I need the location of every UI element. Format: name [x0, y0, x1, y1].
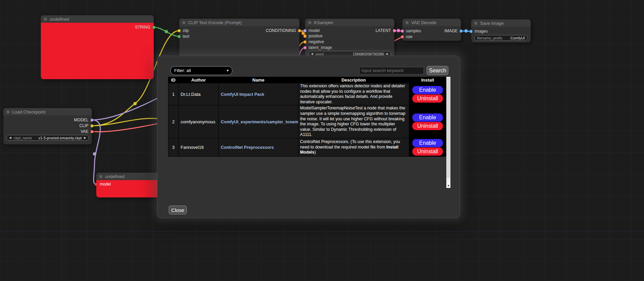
node-header[interactable]: KSampler [305, 19, 394, 26]
link-dot[interactable] [397, 29, 400, 32]
node-undefined-top[interactable]: undefined STRING [41, 15, 154, 79]
input-port-negative[interactable]: negative [303, 39, 324, 44]
table-scrollbar[interactable]: ▼ [446, 77, 450, 188]
output-port-image[interactable]: IMAGE [444, 29, 463, 33]
port-label: LATENT [376, 28, 391, 33]
input-port-model[interactable]: model [95, 182, 111, 187]
extension-description: ModelSamplerTonemapNoiseTest a node that… [298, 105, 409, 138]
enable-button[interactable]: Enable [412, 139, 443, 147]
port-dot[interactable] [303, 40, 307, 43]
filter-select[interactable]: Filter: all ▾ [170, 66, 232, 75]
port-dot[interactable] [401, 30, 404, 33]
node-header[interactable]: VAE Decode [402, 19, 461, 26]
extension-install-cell: EnableUninstall [409, 83, 446, 105]
port-dot[interactable] [401, 35, 404, 38]
node-header[interactable]: Load Checkpoint [3, 108, 92, 116]
input-port-clip[interactable]: clip [178, 28, 189, 33]
filename-prefix-widget[interactable]: filename_prefix ComfyUI [474, 35, 528, 41]
increment-arrow-icon[interactable]: ▶ [84, 137, 86, 139]
node-title: undefined [105, 174, 125, 179]
output-port-conditioning[interactable]: CONDITIONING [266, 28, 301, 33]
port-label: vae [406, 34, 412, 39]
search-input[interactable] [359, 67, 424, 74]
node-header[interactable]: Save Image [471, 19, 531, 27]
input-port-samples[interactable]: samples [401, 29, 421, 33]
uninstall-button[interactable]: Uninstall [412, 147, 443, 156]
uninstall-button[interactable]: Uninstall [412, 122, 443, 130]
port-dot[interactable] [469, 30, 473, 33]
port-dot[interactable] [460, 30, 463, 33]
node-header[interactable]: undefined [41, 15, 154, 23]
node-save-image[interactable]: Save Image images filename_prefix ComfyU… [471, 19, 531, 42]
extension-name-cell: ComfyUI_experiments/sampler_tonemap [219, 105, 298, 138]
output-port-clip[interactable]: CLIP [79, 123, 94, 128]
port-dot[interactable] [303, 46, 307, 49]
node-status-dot-icon [99, 175, 102, 178]
input-port-images[interactable]: images [469, 29, 488, 34]
port-dot[interactable] [90, 124, 94, 127]
search-button[interactable]: Search [427, 66, 448, 75]
extension-id: 3 [168, 138, 179, 156]
node-body: MODEL CLIP VAE ◀ ckpt_name v1-5-pruned-e… [3, 116, 92, 144]
decrement-arrow-icon[interactable]: ◀ [311, 53, 313, 55]
port-dot[interactable] [152, 26, 155, 29]
port-dot[interactable] [298, 29, 301, 32]
extension-row: 2comfyanonymousComfyUI_experiments/sampl… [168, 105, 446, 138]
decrement-arrow-icon[interactable]: ◀ [9, 137, 11, 139]
input-port-vae[interactable]: vae [401, 34, 412, 39]
extension-link[interactable]: ComfyUI Impact Pack [221, 92, 264, 97]
port-label: clip [183, 28, 189, 33]
uninstall-button[interactable]: Uninstall [412, 94, 443, 103]
input-port-positive[interactable]: positive [303, 34, 323, 38]
port-dot[interactable] [90, 119, 94, 122]
scrollbar-thumb[interactable] [447, 77, 450, 178]
extension-link[interactable]: ComfyUI_experiments/sampler_tonemap [221, 120, 298, 124]
extension-table-body: 1Dr.Lt.DataComfyUI Impact PackThis exten… [168, 83, 446, 157]
output-port-vae[interactable]: VAE [81, 129, 94, 134]
ckpt-name-widget[interactable]: ◀ ckpt_name v1-5-pruned-emaonly.ckpt ▶ [6, 135, 89, 141]
node-title: CLIP Text Encode (Prompt) [188, 20, 242, 25]
node-load-checkpoint[interactable]: Load Checkpoint MODEL CLIP VAE ◀ ckpt_na… [3, 108, 92, 144]
output-port-string[interactable]: STRING [135, 25, 155, 30]
node-status-dot-icon [406, 21, 409, 24]
input-port-latent-image[interactable]: latent_image [303, 45, 332, 50]
node-body: images filename_prefix ComfyUI [471, 27, 531, 42]
extension-author: Dr.Lt.Data [179, 83, 219, 105]
input-port-model[interactable]: model [303, 28, 320, 33]
output-port-latent[interactable]: LATENT [376, 28, 396, 33]
extension-link[interactable]: ControlNet Preprocessors [221, 145, 274, 150]
output-port-model[interactable]: MODEL [74, 118, 94, 122]
table-header-row: ID Author Name Description Install [168, 77, 446, 83]
node-vae-decode[interactable]: VAE Decode samples vae IMAGE [402, 19, 461, 41]
increment-arrow-icon[interactable]: ▶ [386, 53, 389, 55]
port-dot[interactable] [178, 35, 181, 38]
port-dot[interactable] [393, 29, 396, 32]
extension-install-cell: EnableUninstall [409, 138, 446, 156]
port-dot[interactable] [303, 35, 307, 38]
link-dot[interactable] [93, 152, 96, 156]
port-dot[interactable] [303, 29, 307, 32]
widget-value: 156680208700286 [353, 52, 384, 56]
port-dot[interactable] [178, 29, 181, 32]
enable-button[interactable]: Enable [412, 113, 443, 122]
port-label: positive [309, 34, 323, 38]
manager-toolbar: Filter: all ▾ Search [170, 66, 448, 75]
port-label: latent_image [309, 45, 332, 50]
widget-label: ckpt_name [14, 136, 32, 140]
node-header[interactable]: CLIP Text Encode (Prompt) [179, 19, 299, 26]
input-port-text[interactable]: text [178, 34, 189, 39]
wire-string[interactable] [154, 27, 179, 36]
link-dot[interactable] [464, 29, 468, 33]
port-dot[interactable] [90, 130, 94, 133]
extension-description: ControlNet Preprocessors. (To use this e… [298, 138, 409, 156]
extension-install-cell: EnableUninstall [409, 105, 446, 138]
port-label: text [183, 34, 189, 39]
link-dot[interactable] [133, 102, 137, 105]
scrollbar-down-arrow-icon[interactable]: ▼ [446, 183, 450, 188]
close-button[interactable]: Close [169, 206, 187, 214]
port-label: STRING [135, 25, 150, 30]
port-dot[interactable] [95, 183, 98, 186]
link-dot[interactable] [165, 30, 168, 33]
enable-button[interactable]: Enable [412, 86, 443, 94]
extension-id: 2 [168, 105, 179, 138]
